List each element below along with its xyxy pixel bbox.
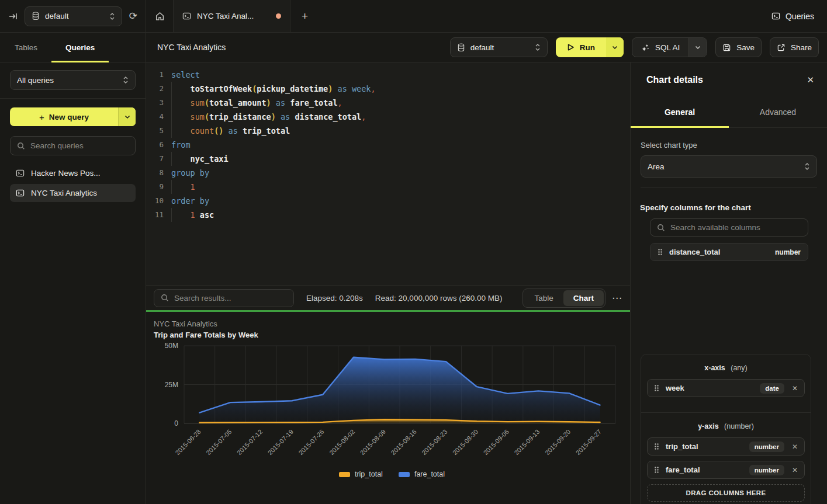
x-axis-heading: x-axis (any) <box>647 364 805 372</box>
column-type: number <box>775 248 801 256</box>
chart-type-value: Area <box>648 162 665 171</box>
tab-nyc-taxi-analytics[interactable]: NYC Taxi Anal... <box>174 0 290 32</box>
elapsed-time: Elapsed: 0.208s <box>306 294 363 303</box>
drag-handle-icon[interactable] <box>654 466 659 474</box>
new-query-main[interactable]: + New query <box>10 107 118 126</box>
home-icon <box>155 11 165 21</box>
search-queries-box <box>10 136 136 155</box>
chevron-updown-icon <box>804 162 810 171</box>
query-item-label: NYC Taxi Analytics <box>31 189 97 197</box>
query-title: NYC Taxi Analytics <box>157 43 226 52</box>
tab-queries[interactable]: Queries <box>51 33 109 62</box>
unsaved-changes-dot <box>276 13 281 19</box>
plus-icon: + <box>39 112 44 122</box>
drag-handle-icon[interactable] <box>654 384 659 392</box>
tab-tables[interactable]: Tables <box>1 33 51 62</box>
tab-advanced[interactable]: Advanced <box>729 97 827 127</box>
drag-columns-dropzone[interactable]: DRAG COLUMNS HERE <box>647 484 805 502</box>
y-axis-heading: y-axis (number) <box>647 422 805 430</box>
search-icon <box>17 142 25 150</box>
search-queries-input[interactable] <box>30 141 129 150</box>
more-options-icon[interactable]: ⋯ <box>612 292 622 304</box>
drag-handle-icon[interactable] <box>658 248 663 256</box>
legend-swatch <box>399 472 410 477</box>
new-tab-button[interactable]: + <box>290 0 319 32</box>
query-header-controls: default Run <box>450 37 819 57</box>
tab-general[interactable]: General <box>631 97 729 127</box>
available-column-distance-total[interactable]: distance_total number <box>650 243 808 261</box>
remove-column-icon[interactable]: ✕ <box>792 466 798 474</box>
save-button[interactable]: Save <box>715 37 762 57</box>
sql-ai-dropdown[interactable] <box>688 38 707 57</box>
remove-column-icon[interactable]: ✕ <box>792 384 798 392</box>
code-line: 2 toStartOfWeek(pickup_datetime) as week… <box>146 82 630 96</box>
new-query-label: New query <box>49 113 89 121</box>
run-button-main[interactable]: Run <box>556 37 606 57</box>
query-database-select[interactable]: default <box>450 37 548 57</box>
x-axis-chip-week[interactable]: week date ✕ <box>647 379 805 397</box>
share-button[interactable]: Share <box>770 37 819 57</box>
query-filter-select[interactable]: All queries <box>10 70 136 90</box>
chip-type-badge: date <box>760 383 784 394</box>
code-line: 10order by <box>146 194 630 208</box>
database-icon <box>457 43 465 52</box>
columns-section-label: Specify columns for the chart <box>631 203 827 212</box>
new-query-button[interactable]: + New query <box>10 107 136 126</box>
toggle-table[interactable]: Table <box>524 290 563 306</box>
chart-panel: NYC Taxi Analytics Trip and Fare Totals … <box>146 312 630 504</box>
topbar-database-select[interactable]: default <box>25 6 122 26</box>
search-columns-input[interactable] <box>670 223 801 232</box>
new-query-dropdown[interactable] <box>118 107 136 126</box>
results-toolbar: Elapsed: 0.208s Read: 20,000,000 rows (2… <box>146 285 630 310</box>
chart-details-header: Chart details ✕ <box>631 62 827 97</box>
home-tab[interactable] <box>146 0 174 32</box>
sql-editor[interactable]: 1select2 toStartOfWeek(pickup_datetime) … <box>146 62 630 285</box>
y-axis-chip-trip-total[interactable]: trip_total number ✕ <box>647 437 805 456</box>
topbar-right: Queries <box>771 0 827 32</box>
query-item-nyc-taxi[interactable]: NYC Taxi Analytics <box>10 184 136 202</box>
query-item-hacker-news[interactable]: Hacker News Pos... <box>10 164 136 182</box>
remove-column-icon[interactable]: ✕ <box>792 443 798 451</box>
save-icon <box>722 43 731 52</box>
x-axis-section: x-axis (any) week date ✕ <box>641 354 811 412</box>
chevron-updown-icon <box>123 76 129 84</box>
refresh-icon[interactable]: ⟳ <box>129 11 137 21</box>
search-results-input[interactable] <box>174 294 287 303</box>
code-line: 5 count() as trip_total <box>146 124 630 138</box>
svg-text:25M: 25M <box>165 381 178 389</box>
run-button-label: Run <box>580 43 595 52</box>
app-window: default ⟳ NYC Taxi Anal... + <box>0 0 827 504</box>
terminal-icon <box>182 12 191 20</box>
svg-text:2015-07-05: 2015-07-05 <box>205 428 233 456</box>
queries-button[interactable]: Queries <box>771 12 814 21</box>
sql-ai-main[interactable]: SQL AI <box>632 38 688 57</box>
legend-item-trip_total[interactable]: trip_total <box>339 470 383 478</box>
close-icon[interactable]: ✕ <box>807 75 814 85</box>
svg-text:2015-06-28: 2015-06-28 <box>174 428 202 456</box>
chip-type-badge: number <box>749 465 784 475</box>
code-line: 3 sum(total_amount) as fare_total, <box>146 96 630 110</box>
chart-title: NYC Taxi Analytics <box>154 319 630 328</box>
sql-ai-button[interactable]: SQL AI <box>632 37 707 57</box>
chip-column-name: fare_total <box>666 465 700 474</box>
legend-swatch <box>339 472 350 477</box>
code-line: 1select <box>146 68 630 82</box>
toggle-chart[interactable]: Chart <box>563 290 604 306</box>
y-axis-chip-fare-total[interactable]: fare_total number ✕ <box>647 461 805 479</box>
run-options-dropdown[interactable] <box>606 37 624 57</box>
svg-text:2015-08-30: 2015-08-30 <box>451 428 479 456</box>
legend-label: fare_total <box>414 470 445 478</box>
chevron-updown-icon <box>109 12 115 20</box>
svg-text:2015-09-27: 2015-09-27 <box>575 428 603 456</box>
chart-legend: trip_totalfare_total <box>154 470 630 478</box>
chart-type-select[interactable]: Area <box>641 155 817 178</box>
collapse-sidebar-icon[interactable] <box>8 12 18 21</box>
sidebar: Tables Queries All queries + New query <box>0 33 146 504</box>
code-line: 11 1 asc <box>146 208 630 222</box>
run-button[interactable]: Run <box>556 37 624 57</box>
drag-handle-icon[interactable] <box>654 443 659 450</box>
chart-type-label: Select chart type <box>641 141 817 150</box>
sql-editor-lines: 1select2 toStartOfWeek(pickup_datetime) … <box>146 68 630 222</box>
legend-item-fare_total[interactable]: fare_total <box>399 470 445 478</box>
x-axis-qualifier: (any) <box>731 364 747 372</box>
